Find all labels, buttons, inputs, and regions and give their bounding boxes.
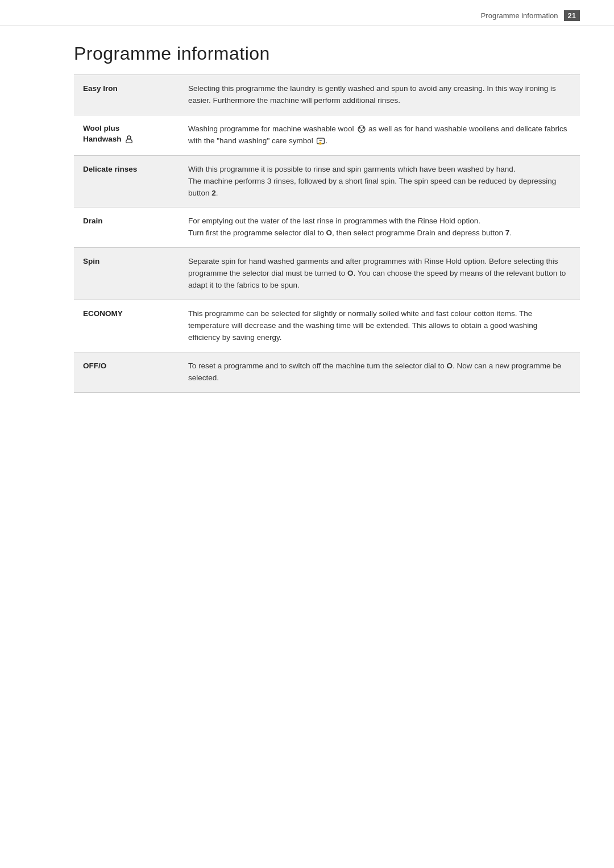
bold-num-7: 7 [505, 229, 510, 237]
label-wool-plus: Wool plus [83, 123, 170, 134]
label-offo: OFF/O [83, 362, 106, 370]
svg-text:✋: ✋ [318, 141, 322, 146]
label-cell-drain: Drain [74, 207, 179, 248]
label-cell-easy-iron: Easy Iron [74, 75, 179, 115]
bold-num-2: 2 [211, 189, 216, 197]
header-bar: Programme information 21 [0, 0, 614, 26]
label-delicate: Delicate rinses [83, 165, 137, 173]
bold-O-drain: O [326, 229, 333, 237]
svg-point-4 [361, 130, 363, 131]
table-row: Spin Separate spin for hand washed garme… [74, 248, 580, 300]
desc-cell-offo: To reset a programme and to switch off t… [179, 352, 580, 392]
label-cell-wool-plus: Wool plus Handwash [74, 115, 179, 155]
label-cell-economy: ECONOMY [74, 300, 179, 352]
desc-cell-delicate: With this programme it is possible to ri… [179, 155, 580, 207]
svg-point-3 [363, 127, 364, 129]
table-row: Easy Iron Selecting this programme the l… [74, 75, 580, 115]
handwash-icon [125, 135, 134, 144]
handwash-care-icon: ✋ [316, 136, 325, 146]
wool-icon [357, 124, 366, 134]
table-row: Delicate rinses With this programme it i… [74, 155, 580, 207]
table-row: Wool plus Handwash Washing programme for… [74, 115, 580, 155]
svg-point-2 [359, 127, 361, 129]
bold-O-spin: O [347, 269, 354, 277]
label-drain: Drain [83, 217, 103, 225]
table-row: Drain For emptying out the water of the … [74, 207, 580, 248]
label-economy: ECONOMY [83, 309, 123, 318]
desc-cell-easy-iron: Selecting this programme the laundry is … [179, 75, 580, 115]
header-text: Programme information 21 [481, 10, 580, 21]
section-label: Programme information [481, 11, 558, 20]
table-row: ECONOMY This programme can be selected f… [74, 300, 580, 352]
bold-O-offo: O [447, 362, 453, 370]
desc-cell-drain: For emptying out the water of the last r… [179, 207, 580, 248]
label-easy-iron: Easy Iron [83, 84, 118, 93]
page-container: Programme information 21 Programme infor… [0, 0, 614, 868]
desc-cell-wool-plus: Washing programme for machine washable w… [179, 115, 580, 155]
svg-point-1 [358, 126, 365, 132]
desc-cell-spin: Separate spin for hand washed garments a… [179, 248, 580, 300]
label-handwash: Handwash [83, 134, 170, 145]
label-cell-offo: OFF/O [74, 352, 179, 392]
programme-table: Easy Iron Selecting this programme the l… [74, 74, 580, 393]
label-spin: Spin [83, 257, 99, 265]
table-row: OFF/O To reset a programme and to switch… [74, 352, 580, 392]
label-cell-spin: Spin [74, 248, 179, 300]
main-content: Programme information Easy Iron Selectin… [0, 43, 614, 427]
label-cell-delicate: Delicate rinses [74, 155, 179, 207]
desc-cell-economy: This programme can be selected for sligh… [179, 300, 580, 352]
page-number: 21 [564, 10, 580, 21]
page-title: Programme information [74, 43, 580, 64]
